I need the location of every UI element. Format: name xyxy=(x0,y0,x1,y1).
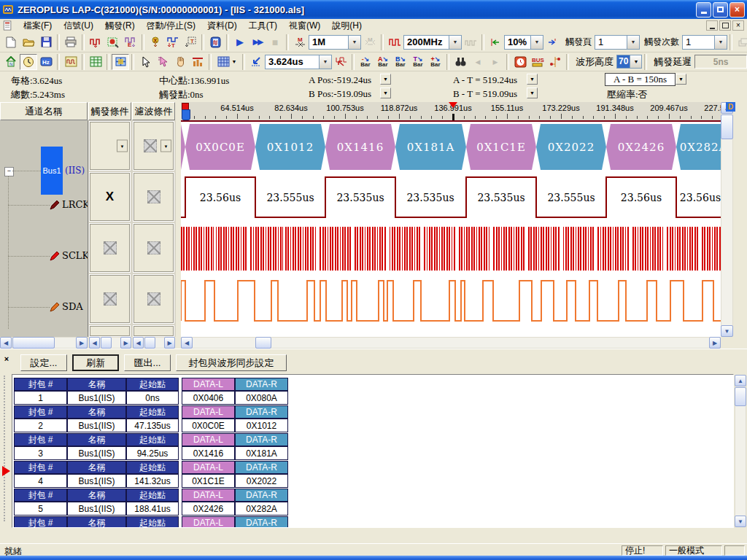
wave-height-spinner[interactable]: 70▼ xyxy=(616,55,642,69)
scroll-thumb[interactable] xyxy=(255,337,271,349)
panel-close-button[interactable]: × xyxy=(2,355,11,364)
menu-item-1[interactable]: 信號(U) xyxy=(58,19,99,33)
prev-result-button[interactable]: ◀ xyxy=(469,54,487,70)
sample-depth-combo[interactable]: 1M▼ xyxy=(309,35,361,50)
channel-item-sclk[interactable]: SCLK xyxy=(50,250,88,261)
trigger-cell-partial[interactable] xyxy=(90,326,130,336)
scroll-thumb[interactable] xyxy=(721,114,733,139)
memory-analyzer-button[interactable] xyxy=(206,34,224,50)
trigger-count-combo[interactable]: 1▼ xyxy=(682,35,727,50)
trigger-cell-bus1[interactable]: ▼ xyxy=(90,122,130,170)
state-list-button[interactable] xyxy=(87,54,104,70)
filter-cell-sda[interactable] xyxy=(133,275,174,323)
frequency-display-button[interactable]: Hz xyxy=(37,54,55,70)
time-display-button[interactable] xyxy=(20,54,37,70)
scroll-left-button[interactable]: ◀ xyxy=(89,337,100,349)
zoom-scale-combo[interactable]: 3.624us▼ xyxy=(265,55,332,69)
filter-cell-sclk[interactable] xyxy=(133,224,174,272)
signal-route-button[interactable] xyxy=(546,54,564,70)
bar-minus-button[interactable]: -↘Bar xyxy=(357,54,374,70)
menu-item-6[interactable]: 視窗(W) xyxy=(283,19,326,33)
center-point-marker[interactable] xyxy=(449,102,457,108)
statistics-button[interactable] xyxy=(189,54,206,70)
search-button[interactable] xyxy=(452,54,469,70)
memory-page-button[interactable]: M xyxy=(361,34,379,50)
packet-refresh-button[interactable]: 刷新 xyxy=(72,354,119,371)
scroll-down-button[interactable]: ▼ xyxy=(721,325,733,337)
filter-cell-lrck[interactable] xyxy=(133,173,174,221)
a-b-dropdown[interactable]: ▼ xyxy=(676,74,686,85)
scroll-thumb[interactable] xyxy=(735,387,746,406)
trigger-ratio-combo[interactable]: 10%▼ xyxy=(504,35,543,50)
restore-button[interactable] xyxy=(713,2,728,18)
mixed-view-button[interactable] xyxy=(112,54,129,70)
a-pos-dropdown[interactable]: ▼ xyxy=(380,74,391,85)
bus-edit-button[interactable]: E xyxy=(122,34,139,50)
channel-item-sda[interactable]: SDA xyxy=(50,301,83,312)
trigger-page-combo[interactable]: 1▼ xyxy=(595,35,640,50)
filter-cell-bus1[interactable]: ▼ xyxy=(133,122,174,170)
close-button[interactable]: × xyxy=(729,2,745,18)
scroll-left-button[interactable]: ◀ xyxy=(133,337,144,349)
packet-block-info[interactable]: 封包 #名稱起始點6Bus1(IIS)235.53us xyxy=(14,516,179,528)
bus-segment[interactable] xyxy=(181,124,185,170)
menu-item-5[interactable]: 工具(T) xyxy=(243,19,283,33)
bus-color-block[interactable]: Bus1 xyxy=(41,147,63,195)
select-tool-button[interactable] xyxy=(136,54,154,70)
trigger-delay-field[interactable]: 5ns xyxy=(694,55,747,69)
packet-block-data[interactable]: DATA-LDATA-R0X04060X080A xyxy=(182,378,288,405)
bus-segment[interactable]: 0X1012 xyxy=(255,124,325,170)
scroll-thumb[interactable] xyxy=(144,337,155,349)
bar-a-button[interactable]: A↘Bar xyxy=(374,54,392,70)
waveform-mode-button[interactable] xyxy=(62,54,80,70)
a-b-combo[interactable]: A - B = 150ns xyxy=(605,73,676,86)
zoom-reset-button[interactable] xyxy=(332,54,349,70)
bus-segment[interactable]: 0X2426 xyxy=(606,124,676,170)
bar-b-button[interactable]: B↘Bar xyxy=(392,54,409,70)
bus-segment[interactable]: 0X282A xyxy=(676,124,721,170)
d-bar-chip[interactable]: D xyxy=(726,102,735,112)
frequency-mode-button[interactable] xyxy=(386,34,403,50)
trigger-mark-button[interactable]: X xyxy=(147,34,164,50)
next-result-button[interactable]: ▶ xyxy=(487,54,504,70)
packet-block-info[interactable]: 封包 #名稱起始點5Bus1(IIS)188.41us xyxy=(14,489,179,516)
frequency-combo[interactable]: 200MHz▼ xyxy=(403,35,462,50)
scroll-right-button[interactable]: ▶ xyxy=(76,337,88,349)
print-button[interactable] xyxy=(62,34,80,50)
open-file-button[interactable] xyxy=(20,34,37,50)
scroll-down-button[interactable]: ▼ xyxy=(735,516,746,527)
packet-block-data[interactable]: DATA-LDATA-R0X1C1E0X2022 xyxy=(182,461,288,488)
new-file-button[interactable] xyxy=(2,34,20,50)
frequency-alt-button[interactable] xyxy=(462,34,479,50)
scroll-thumb[interactable] xyxy=(101,337,112,349)
noise-filter-button[interactable] xyxy=(511,54,529,70)
menu-item-3[interactable]: 啓動/停止(S) xyxy=(141,19,201,33)
trigger-cell-lrck[interactable]: X xyxy=(90,173,130,221)
trigger-text-button[interactable]: T xyxy=(182,34,199,50)
scroll-right-button[interactable]: ▶ xyxy=(164,337,175,349)
waveform-pane[interactable]: 0X0C0E0X10120X14160X181A0X1C1E0X20220X24… xyxy=(181,120,721,337)
hand-tool-button[interactable] xyxy=(171,54,189,70)
mdi-close-button[interactable]: × xyxy=(732,20,744,31)
b-pos-dropdown[interactable]: ▼ xyxy=(380,88,391,98)
channel-item-lrck[interactable]: LRCK xyxy=(50,199,88,210)
packet-block-info[interactable]: 封包 #名稱起始點1Bus1(IIS)0ns xyxy=(14,378,179,405)
bus-property-button[interactable]: BUS xyxy=(529,54,546,70)
sampling-setup-button[interactable] xyxy=(87,34,104,50)
zoom-tool-button[interactable] xyxy=(247,54,265,70)
trigger-cell-sda[interactable] xyxy=(90,275,130,323)
packet-block-info[interactable]: 封包 #名稱起始點4Bus1(IIS)141.32us xyxy=(14,461,179,488)
scroll-left-button[interactable]: ◀ xyxy=(181,337,193,349)
minimize-button[interactable] xyxy=(696,2,711,18)
trigger-ratio-right-button[interactable] xyxy=(543,34,561,50)
sample-depth-button[interactable]: M xyxy=(291,34,309,50)
a-t-dropdown[interactable]: ▼ xyxy=(527,74,538,85)
mdi-restore-button[interactable] xyxy=(719,20,731,31)
stack-pages-button[interactable] xyxy=(735,34,747,50)
packet-block-info[interactable]: 封包 #名稱起始點3Bus1(IIS)94.25us xyxy=(14,433,179,460)
bus-segment[interactable]: 0X1C1E xyxy=(466,124,536,170)
repeat-run-button[interactable]: ▶▶ xyxy=(249,34,266,50)
bus-segment[interactable]: 0X181A xyxy=(395,124,466,170)
bus-segment[interactable]: 0X0C0E xyxy=(185,124,255,170)
scroll-left-button[interactable]: ◀ xyxy=(0,337,12,349)
